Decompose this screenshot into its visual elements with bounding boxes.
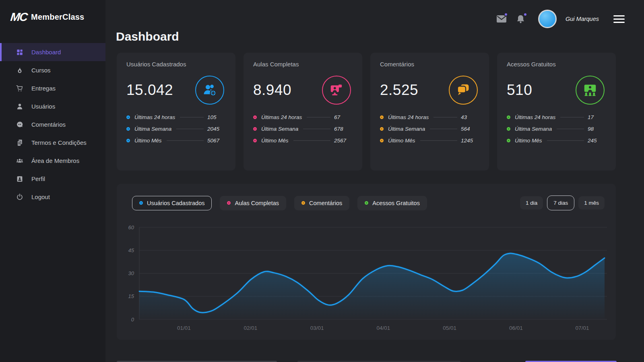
- stat-row: Último Mês 5067: [126, 138, 226, 144]
- cart-icon: [16, 85, 23, 92]
- hamburger-menu-icon[interactable]: [613, 15, 625, 23]
- svg-text:60: 60: [128, 224, 134, 230]
- video-lesson-icon: [322, 76, 351, 105]
- sidebar-item-perfil[interactable]: Perfil: [0, 170, 105, 188]
- user-name[interactable]: Gui Marques: [566, 16, 599, 22]
- range-1-dia-button[interactable]: 1 dia: [520, 196, 543, 210]
- svg-text:02/01: 02/01: [244, 325, 257, 331]
- topbar: Gui Marques: [496, 10, 625, 28]
- messages-button[interactable]: [496, 14, 507, 24]
- range-1-mes-button[interactable]: 1 mês: [578, 196, 605, 210]
- svg-text:06/01: 06/01: [509, 325, 523, 331]
- stat-row-value: 17: [588, 114, 606, 120]
- sidebar-item-cursos[interactable]: Cursos: [0, 61, 105, 79]
- notifications-button[interactable]: [516, 14, 526, 24]
- stat-card-value: 2.525: [380, 82, 418, 99]
- stat-row: Última Semana 564: [380, 126, 479, 132]
- stat-row-label: Último Mês: [388, 138, 415, 144]
- legend-dot: [301, 201, 305, 205]
- brand-name: MemberClass: [31, 12, 84, 22]
- bullet-dot: [380, 139, 384, 142]
- sidebar-item-comentarios[interactable]: Comentários: [0, 115, 105, 134]
- leader-line: [307, 117, 330, 117]
- document-icon: [16, 139, 23, 146]
- bullet-dot: [380, 127, 384, 131]
- bullet-dot: [507, 139, 510, 142]
- stat-row-label: Última Semana: [388, 126, 425, 132]
- stat-row: Últimas 24 horas 43: [380, 114, 479, 120]
- sidebar-item-entregas[interactable]: Entregas: [0, 79, 105, 97]
- stat-row-label: Último Mês: [134, 138, 162, 144]
- flame-icon: [16, 67, 23, 74]
- stat-card-value: 510: [507, 82, 532, 99]
- range-7-dias-button[interactable]: 7 dias: [547, 195, 574, 210]
- stat-row-value: 105: [207, 114, 226, 120]
- stat-row-label: Últimas 24 horas: [261, 114, 302, 120]
- sidebar-item-label: Entregas: [31, 85, 56, 92]
- stat-row-value: 564: [461, 126, 479, 132]
- bullet-dot: [253, 139, 257, 142]
- leader-line: [547, 140, 584, 141]
- legend-aulas-completas[interactable]: Aulas Completas: [220, 196, 286, 210]
- stat-row: Últimas 24 horas 17: [507, 114, 606, 120]
- legend-acessos-gratuitos[interactable]: Acessos Gratuitos: [357, 196, 427, 210]
- user-add-icon: [195, 76, 224, 105]
- legend-dot: [227, 201, 231, 205]
- profile-badge-icon: [16, 175, 23, 183]
- leader-line: [180, 117, 204, 117]
- stat-card-title: Aulas Completas: [253, 61, 353, 68]
- stat-row: Última Semana 98: [507, 126, 606, 132]
- svg-text:15: 15: [128, 293, 134, 299]
- notifications-notification-dot: [523, 12, 527, 16]
- leader-line: [303, 129, 330, 129]
- svg-text:07/01: 07/01: [576, 325, 589, 331]
- main-content: Gui Marques Dashboard Usuários Cadastrad…: [105, 0, 644, 362]
- avatar[interactable]: [538, 10, 557, 28]
- bullet-dot: [126, 127, 130, 131]
- stat-row-label: Último Mês: [515, 138, 542, 144]
- stat-row: Último Mês 2567: [253, 138, 353, 144]
- stat-row: Última Semana 2045: [126, 126, 226, 132]
- legend-label: Usuários Cadastrados: [147, 200, 204, 206]
- members-group-icon: [16, 157, 23, 165]
- stat-card-comentarios: Comentários 2.525 Últimas 24 horas 43 Úl…: [370, 53, 489, 171]
- usage-area-chart: 01530456001/0102/0103/0104/0105/0106/010…: [123, 219, 609, 337]
- leader-line: [557, 129, 584, 129]
- stat-row-value: 2567: [334, 138, 353, 144]
- svg-text:05/01: 05/01: [443, 325, 456, 331]
- sidebar-item-label: Usuários: [31, 103, 55, 110]
- svg-text:0: 0: [131, 317, 134, 323]
- legend-comentarios[interactable]: Comentários: [294, 196, 349, 210]
- sidebar-item-termos[interactable]: Termos e Condições: [0, 134, 105, 152]
- leader-line: [176, 129, 204, 129]
- svg-text:30: 30: [128, 270, 134, 276]
- stat-row-value: 245: [588, 138, 606, 144]
- sidebar-item-label: Logout: [31, 193, 50, 200]
- stat-row-label: Último Mês: [261, 138, 289, 144]
- stat-card-acessos-gratuitos: Acessos Gratuitos 510 Últimas 24 horas 1…: [497, 53, 616, 171]
- sidebar-item-usuarios[interactable]: Usuários: [0, 97, 105, 115]
- stat-row: Último Mês 1245: [380, 138, 479, 144]
- dashboard-grid-icon: [16, 49, 23, 56]
- stat-row: Últimas 24 horas 105: [126, 114, 226, 120]
- stat-card-title: Usuários Cadastrados: [126, 61, 226, 68]
- legend-label: Comentários: [309, 200, 342, 206]
- stat-card-title: Acessos Gratuitos: [507, 61, 606, 68]
- stat-card-title: Comentários: [380, 61, 479, 68]
- sidebar-item-label: Dashboard: [31, 49, 61, 56]
- leader-line: [167, 140, 204, 141]
- sidebar-item-logout[interactable]: Logout: [0, 188, 105, 206]
- page-title: Dashboard: [116, 30, 179, 43]
- leader-line: [430, 129, 457, 129]
- leader-line: [560, 117, 584, 117]
- sidebar-item-area-membros[interactable]: Área de Membros: [0, 152, 105, 170]
- sidebar-item-label: Cursos: [31, 67, 51, 74]
- bullet-dot: [253, 127, 257, 131]
- stat-row-value: 5067: [207, 138, 226, 144]
- leader-line: [433, 117, 457, 117]
- svg-text:03/01: 03/01: [310, 325, 324, 331]
- legend-usuarios-cadastrados[interactable]: Usuários Cadastrados: [132, 196, 212, 210]
- brand-logo[interactable]: MC MemberClass: [0, 0, 105, 24]
- sidebar-item-dashboard[interactable]: Dashboard: [0, 43, 105, 61]
- stat-row-label: Últimas 24 horas: [515, 114, 555, 120]
